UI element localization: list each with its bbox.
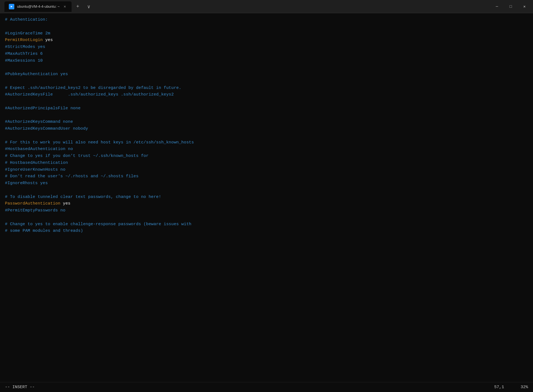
code-line <box>5 78 528 85</box>
minimize-button[interactable]: ─ <box>491 2 503 11</box>
code-line <box>5 187 528 194</box>
code-line: # To disable tunneled clear text passwor… <box>5 194 528 201</box>
close-button[interactable]: ✕ <box>518 2 531 11</box>
scroll-percent: 32% <box>521 385 528 390</box>
status-right: 57,1 32% <box>494 385 528 390</box>
terminal-window: ► ubuntu@VM-4-4-ubuntu: ~ ✕ + ∨ ─ □ ✕ # … <box>0 0 533 392</box>
code-line: # Don't read the user's ~/.rhosts and ~/… <box>5 173 528 180</box>
tab-icon: ► <box>9 4 14 9</box>
code-line: # Authentication: <box>5 17 528 23</box>
code-line: #PubkeyAuthentication yes <box>5 71 528 78</box>
code-line: #LoginGraceTime 2m <box>5 30 528 37</box>
code-line: #StrictModes yes <box>5 44 528 51</box>
code-line: # some PAM modules and threads) <box>5 228 528 235</box>
code-line: # Expect .ssh/authorized_keys2 to be dis… <box>5 85 528 92</box>
statusbar: -- INSERT -- 57,1 32% <box>0 382 533 392</box>
tab-close-button[interactable]: ✕ <box>62 4 67 9</box>
code-line <box>5 98 528 105</box>
code-line: # HostbasedAuthentication <box>5 160 528 167</box>
code-line <box>5 214 528 221</box>
active-tab[interactable]: ► ubuntu@VM-4-4-ubuntu: ~ ✕ <box>4 1 72 12</box>
code-line: # For this to work you will also need ho… <box>5 139 528 146</box>
cursor-position: 57,1 <box>494 385 504 390</box>
code-line: #IgnoreRhosts yes <box>5 180 528 187</box>
code-line: PasswordAuthentication yes <box>5 200 528 207</box>
code-line: #AuthorizedKeysCommandUser nobody <box>5 126 528 132</box>
titlebar: ► ubuntu@VM-4-4-ubuntu: ~ ✕ + ∨ ─ □ ✕ <box>0 0 533 13</box>
code-line: # Change to yes if you don't trust ~/.ss… <box>5 153 528 160</box>
code-line: # Change to yes to enable challenge-resp… <box>5 221 528 228</box>
code-line: #AuthorizedKeysCommand none <box>5 119 528 126</box>
tab-title: ubuntu@VM-4-4-ubuntu: ~ <box>17 4 59 9</box>
maximize-button[interactable]: □ <box>504 2 517 11</box>
nav-dropdown-button[interactable]: ∨ <box>84 2 93 11</box>
code-line: #MaxSessions 10 <box>5 58 528 64</box>
code-line <box>5 64 528 71</box>
code-line: PermitRootLogin yes <box>5 37 528 44</box>
code-line: #AuthorizedPrincipalsFile none <box>5 105 528 112</box>
code-line <box>5 23 528 30</box>
window-controls: ─ □ ✕ <box>491 2 531 11</box>
code-line <box>5 132 528 139</box>
code-line: #HostbasedAuthentication no <box>5 146 528 153</box>
code-line: #IgnoreUserKnownHosts no <box>5 167 528 173</box>
tab-bar: ► ubuntu@VM-4-4-ubuntu: ~ ✕ + ∨ <box>2 1 96 12</box>
code-line: #MaxAuthTries 6 <box>5 51 528 58</box>
code-line: #AuthorizedKeysFile .ssh/authorized_keys… <box>5 91 528 98</box>
code-line: #PermitEmptyPasswords no <box>5 207 528 214</box>
new-tab-button[interactable]: + <box>73 2 82 11</box>
insert-mode-indicator: -- INSERT -- <box>5 385 35 390</box>
code-line <box>5 112 528 119</box>
editor-area[interactable]: # Authentication: #LoginGraceTime 2mPerm… <box>0 13 533 382</box>
